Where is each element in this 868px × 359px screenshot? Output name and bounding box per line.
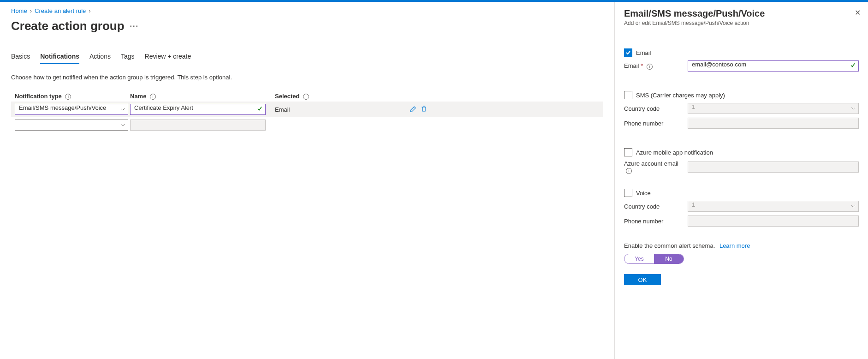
info-icon[interactable]: i xyxy=(150,94,156,100)
checkmark-icon xyxy=(850,63,856,70)
col-type-label: Notification type xyxy=(15,93,62,100)
notification-type-select-empty[interactable] xyxy=(15,120,128,131)
ok-button[interactable]: OK xyxy=(624,274,661,285)
sms-country-code-label: Country code xyxy=(624,105,684,112)
panel-subtitle: Add or edit Email/SMS message/Push/Voice… xyxy=(624,20,859,26)
push-checkbox-label: Azure mobile app notification xyxy=(636,149,713,156)
notifications-grid: Notification type i Name i Selected i Em… xyxy=(11,91,603,133)
voice-checkbox-label: Voice xyxy=(636,190,651,197)
notification-name-input[interactable]: Certificate Expiry Alert xyxy=(130,104,266,115)
schema-toggle[interactable]: Yes No xyxy=(624,254,684,264)
push-email-input xyxy=(688,162,859,173)
breadcrumb: Home › Create an alert rule › xyxy=(11,7,603,14)
main-content: Home › Create an alert rule › Create act… xyxy=(0,2,614,359)
edit-icon[interactable] xyxy=(410,105,417,114)
info-icon[interactable]: i xyxy=(303,94,309,100)
chevron-right-icon: › xyxy=(30,7,32,14)
select-value: 1 xyxy=(692,103,695,110)
selected-value: Email xyxy=(275,106,290,113)
notification-name-input-empty xyxy=(130,120,266,131)
hint-text: Choose how to get notified when the acti… xyxy=(11,74,603,81)
info-icon[interactable]: i xyxy=(65,94,71,100)
sms-checkbox-label: SMS (Carrier charges may apply) xyxy=(636,92,725,99)
chevron-right-icon: › xyxy=(89,7,90,14)
toggle-no[interactable]: No xyxy=(654,254,684,263)
info-icon[interactable]: i xyxy=(647,64,653,70)
chevron-down-icon xyxy=(851,205,856,208)
tab-basics[interactable]: Basics xyxy=(11,50,30,64)
input-value: Certificate Expiry Alert xyxy=(134,104,193,111)
tab-actions[interactable]: Actions xyxy=(89,50,111,64)
col-name-label: Name xyxy=(130,93,146,100)
sms-phone-label: Phone number xyxy=(624,120,684,127)
tab-notifications[interactable]: Notifications xyxy=(40,50,79,64)
required-mark: * xyxy=(641,62,643,69)
voice-phone-label: Phone number xyxy=(624,218,684,225)
sms-phone-input xyxy=(688,118,859,129)
voice-country-code-select: 1 xyxy=(688,201,859,212)
push-checkbox[interactable] xyxy=(624,148,632,156)
close-icon[interactable]: ✕ xyxy=(855,8,861,17)
side-panel: ✕ Email/SMS message/Push/Voice Add or ed… xyxy=(614,2,868,359)
chevron-down-icon xyxy=(120,124,125,126)
sms-checkbox[interactable] xyxy=(624,91,632,99)
voice-phone-input xyxy=(688,215,859,227)
voice-checkbox[interactable] xyxy=(624,189,632,197)
schema-text: Enable the common alert schema. xyxy=(624,242,715,249)
push-email-label: Azure account email xyxy=(624,160,678,167)
select-value: 1 xyxy=(692,201,695,208)
breadcrumb-home[interactable]: Home xyxy=(11,7,27,14)
chevron-down-icon xyxy=(851,107,856,110)
sms-country-code-select: 1 xyxy=(688,103,859,114)
email-checkbox-label: Email xyxy=(636,49,651,56)
grid-row: Email/SMS message/Push/Voice Certificate… xyxy=(11,102,603,117)
email-input[interactable]: email@contoso.com xyxy=(688,60,859,72)
page-title-text: Create action group xyxy=(11,19,125,33)
delete-icon[interactable] xyxy=(421,105,427,114)
grid-row-empty xyxy=(11,117,603,133)
page-title: Create action group ··· xyxy=(11,19,603,33)
tab-review[interactable]: Review + create xyxy=(145,50,191,64)
checkmark-icon xyxy=(257,106,262,113)
voice-country-code-label: Country code xyxy=(624,203,684,210)
chevron-down-icon xyxy=(120,108,125,111)
select-value: Email/SMS message/Push/Voice xyxy=(19,104,106,111)
grid-header: Notification type i Name i Selected i xyxy=(11,91,603,102)
schema-learn-more-link[interactable]: Learn more xyxy=(719,242,750,249)
breadcrumb-create-rule[interactable]: Create an alert rule xyxy=(35,7,86,14)
notification-type-select[interactable]: Email/SMS message/Push/Voice xyxy=(15,104,128,115)
input-value: email@contoso.com xyxy=(692,61,746,68)
tab-tags[interactable]: Tags xyxy=(121,50,135,64)
toggle-yes[interactable]: Yes xyxy=(624,254,654,263)
tabs: Basics Notifications Actions Tags Review… xyxy=(11,50,603,64)
email-checkbox[interactable] xyxy=(624,48,632,57)
email-label: Email xyxy=(624,62,639,69)
panel-title: Email/SMS message/Push/Voice xyxy=(624,8,859,19)
more-menu-icon[interactable]: ··· xyxy=(130,22,139,30)
col-selected-label: Selected xyxy=(275,93,299,100)
info-icon[interactable]: i xyxy=(626,168,632,174)
